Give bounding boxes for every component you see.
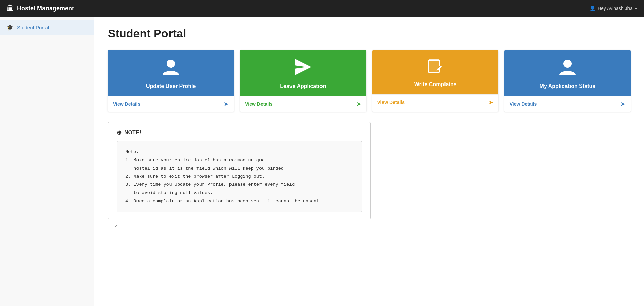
view-details-update-profile[interactable]: View Details (113, 101, 140, 107)
note-line-2: 2. Make sure to exit the browser after L… (125, 174, 265, 179)
svg-rect-3 (428, 60, 439, 72)
user-icon: 👤 (590, 6, 595, 11)
arrow-icon-application-status: ➤ (620, 100, 625, 108)
view-details-application-status[interactable]: View Details (510, 101, 537, 107)
card-write-complains: Write Complains View Details ➤ (372, 50, 498, 112)
svg-point-0 (167, 60, 175, 68)
card-bottom-update-profile: View Details ➤ (108, 96, 234, 112)
card-update-profile: Update User Profile View Details ➤ (108, 50, 234, 112)
user-greeting: Hey Avinash Jha (597, 6, 633, 11)
card-top-leave-application: Leave Application (240, 50, 366, 96)
card-label-application-status: My Application Status (540, 83, 596, 89)
note-header: ⊕ NOTE! (117, 129, 362, 136)
card-top-application-status: My Application Status (504, 50, 631, 96)
leave-application-icon (293, 57, 313, 80)
dropdown-caret-icon (635, 8, 637, 9)
user-profile-icon (161, 57, 181, 80)
building-icon: 🏛 (7, 5, 13, 12)
card-top-write-complains: Write Complains (372, 50, 498, 94)
note-line-0: Note: (125, 149, 139, 155)
card-bottom-write-complains: View Details ➤ (372, 94, 498, 110)
navbar: 🏛 Hostel Management 👤 Hey Avinash Jha (0, 0, 644, 17)
card-label-write-complains: Write Complains (414, 81, 457, 88)
note-line-1: 1. Make sure your entire Hostel has a co… (125, 158, 286, 171)
card-application-status: My Application Status View Details ➤ (504, 50, 631, 112)
bottom-comment: --> (108, 219, 631, 231)
arrow-icon-update-profile: ➤ (224, 100, 229, 108)
card-bottom-application-status: View Details ➤ (504, 96, 631, 112)
application-status-icon (557, 57, 578, 80)
layout-wrapper: 🎓 Student Portal Student Portal Update U… (0, 17, 644, 306)
svg-point-5 (563, 60, 572, 68)
card-top-update-profile: Update User Profile (108, 50, 234, 96)
card-leave-application: Leave Application View Details ➤ (240, 50, 366, 112)
sidebar-item-label: Student Portal (17, 25, 49, 30)
note-box: Note: 1. Make sure your entire Hostel ha… (117, 141, 362, 212)
app-title: Hostel Management (17, 5, 74, 12)
card-label-update-profile: Update User Profile (146, 83, 196, 89)
sidebar-item-student-portal[interactable]: 🎓 Student Portal (0, 20, 94, 35)
note-line-3: 3. Every time you Update your Profie, pl… (125, 182, 295, 195)
view-details-leave-application[interactable]: View Details (245, 101, 272, 107)
student-portal-icon: 🎓 (7, 24, 13, 31)
card-bottom-leave-application: View Details ➤ (240, 96, 366, 112)
user-menu[interactable]: 👤 Hey Avinash Jha (590, 6, 637, 11)
navbar-brand: 🏛 Hostel Management (7, 5, 74, 12)
view-details-write-complains[interactable]: View Details (377, 100, 405, 105)
sidebar: 🎓 Student Portal (0, 17, 94, 306)
card-label-leave-application: Leave Application (280, 83, 326, 89)
note-section: ⊕ NOTE! Note: 1. Make sure your entire H… (108, 122, 371, 219)
cards-row: Update User Profile View Details ➤ Leave… (108, 50, 631, 112)
note-line-4: 4. Once a complain or an Application has… (125, 199, 322, 204)
note-title: NOTE! (124, 130, 141, 136)
arrow-icon-write-complains: ➤ (488, 99, 493, 106)
note-circle-icon: ⊕ (117, 129, 122, 136)
page-title: Student Portal (108, 27, 631, 40)
write-complains-icon (426, 57, 444, 78)
arrow-icon-leave-application: ➤ (356, 100, 361, 108)
main-content: Student Portal Update User Profile View … (94, 17, 644, 306)
svg-marker-1 (295, 59, 311, 75)
